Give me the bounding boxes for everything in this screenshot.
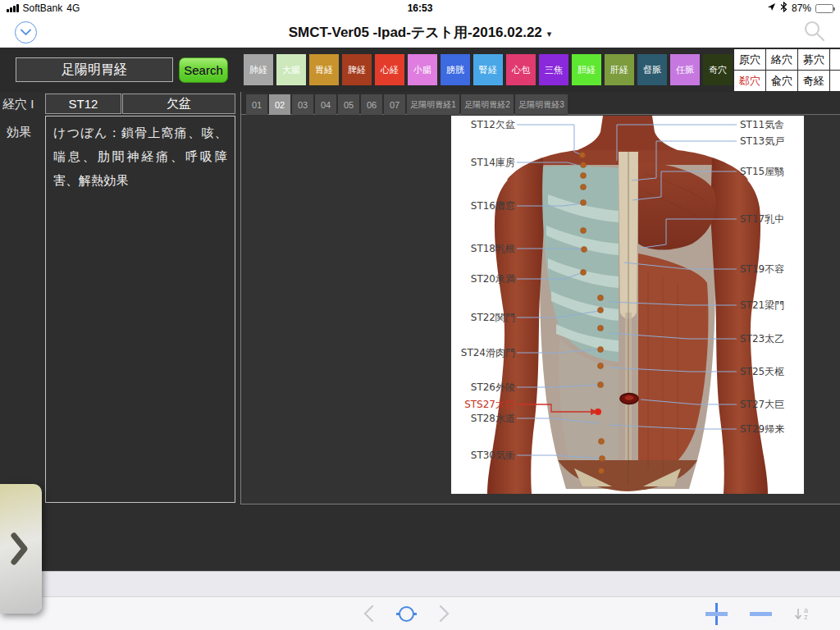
acupoint-category-grid: 原穴絡穴募穴交 郄穴兪穴奇経四 bbox=[734, 49, 840, 91]
meridian-button-row: 肺経大腸胃経脾経心経小腸膀胱腎経心包三焦胆経肝経督脈任脈奇穴 bbox=[244, 54, 733, 85]
acupoint-label: ST25天枢 bbox=[740, 365, 784, 378]
carrier-label: SoftBank bbox=[23, 2, 63, 14]
sort-button[interactable]: az bbox=[794, 607, 808, 620]
network-label: 4G bbox=[66, 2, 80, 14]
view-tab[interactable]: 足陽明胃経3 bbox=[515, 94, 568, 115]
meridian-button[interactable]: 膀胱 bbox=[441, 54, 470, 85]
clock-label: 16:53 bbox=[0, 2, 840, 14]
location-arrow-icon bbox=[767, 2, 776, 14]
view-tab[interactable]: 足陽明胃経2 bbox=[461, 94, 514, 115]
chevron-right-icon bbox=[0, 531, 42, 567]
record-circle-button[interactable] bbox=[399, 606, 414, 622]
zoom-out-button[interactable] bbox=[750, 612, 772, 616]
view-tab[interactable]: 05 bbox=[338, 94, 359, 115]
bluetooth-icon bbox=[780, 2, 788, 15]
zoom-in-button[interactable] bbox=[705, 603, 728, 625]
view-tab[interactable]: 04 bbox=[315, 94, 336, 115]
meridian-button[interactable]: 腎経 bbox=[473, 54, 503, 85]
acu-category-button[interactable]: 四 bbox=[830, 71, 840, 91]
search-button[interactable]: Search bbox=[179, 57, 228, 83]
anatomy-viewer[interactable]: ST12欠盆ST14庫房ST16膺窓ST18乳根ST20承満ST22関門ST24… bbox=[451, 116, 804, 494]
point-info-panel: 経穴 I ST12 欠盆 効果 けつぼん：鎖骨上窩痛、咳、喘息、肋間神経痛、呼吸… bbox=[0, 92, 238, 504]
meridian-button[interactable]: 大腸 bbox=[276, 54, 306, 85]
acupoint-label: ST27大巨 bbox=[740, 398, 784, 411]
meridian-toolbar: Search 肺経大腸胃経脾経心経小腸膀胱腎経心包三焦胆経肝経督脈任脈奇穴 原穴… bbox=[0, 48, 840, 92]
view-tab[interactable]: 02 bbox=[269, 94, 290, 115]
acu-category-button[interactable]: 交 bbox=[830, 49, 840, 70]
battery-percent-label: 87% bbox=[792, 2, 811, 14]
next-record-button[interactable] bbox=[439, 605, 450, 623]
meridian-button[interactable]: 三焦 bbox=[539, 54, 568, 85]
view-tab[interactable]: 06 bbox=[361, 94, 382, 115]
acupoint-label: ST21梁門 bbox=[740, 299, 784, 312]
bottom-spacer-bar bbox=[0, 571, 840, 596]
meridian-button[interactable]: 肺経 bbox=[244, 54, 273, 85]
acupoint-label: ST15屋翳 bbox=[740, 165, 784, 178]
title-dropdown-caret[interactable]: ▾ bbox=[547, 29, 552, 39]
previous-record-button[interactable] bbox=[363, 605, 374, 623]
point-code-field[interactable]: ST12 bbox=[45, 94, 121, 114]
acu-category-button[interactable]: 兪穴 bbox=[766, 71, 797, 91]
acupoint-label: ST11気舎 bbox=[740, 118, 784, 131]
meridian-button[interactable]: 胃経 bbox=[309, 54, 339, 85]
meridian-button[interactable]: 小腸 bbox=[408, 54, 437, 85]
meridian-button[interactable]: 督脈 bbox=[637, 54, 667, 85]
effect-text-field[interactable]: けつぼん：鎖骨上窩痛、咳、喘息、肋間神経痛、呼吸障害、解熱効果 bbox=[45, 116, 235, 503]
title-bar: SMCT-Ver05 -Ipad-テスト用-2016.02.22▾ bbox=[0, 16, 840, 48]
view-tab[interactable]: 足陽明胃経1 bbox=[407, 94, 459, 115]
acu-category-button[interactable]: 郄穴 bbox=[734, 71, 765, 91]
plus-icon bbox=[705, 603, 728, 625]
view-tab[interactable]: 03 bbox=[292, 94, 313, 115]
section-label: 経穴 I bbox=[2, 97, 34, 112]
acupoint-label: ST29帰来 bbox=[740, 422, 784, 436]
point-name-field[interactable]: 欠盆 bbox=[122, 94, 235, 114]
acupoint-label: ST17乳中 bbox=[740, 212, 784, 226]
search-input[interactable] bbox=[16, 57, 173, 82]
meridian-button[interactable]: 心包 bbox=[506, 54, 536, 85]
meridian-button[interactable]: 奇穴 bbox=[703, 54, 733, 85]
bottom-toolbar: az bbox=[0, 596, 840, 630]
acupoint-label: ST19不容 bbox=[740, 262, 784, 276]
meridian-button[interactable]: 肝経 bbox=[605, 54, 634, 85]
acu-category-button[interactable]: 奇経 bbox=[798, 71, 829, 91]
meridian-button[interactable]: 胆経 bbox=[572, 54, 601, 85]
search-icon[interactable] bbox=[802, 20, 827, 44]
minus-icon bbox=[750, 612, 772, 616]
battery-icon bbox=[815, 4, 833, 13]
acupoint-label: ST13気戸 bbox=[740, 135, 784, 148]
acu-category-button[interactable]: 原穴 bbox=[734, 49, 765, 70]
view-tab[interactable]: 07 bbox=[384, 94, 405, 115]
status-bar: SoftBank 4G 16:53 87% bbox=[0, 0, 840, 16]
slide-out-drawer-tab[interactable] bbox=[0, 484, 42, 614]
sort-az-icon: az bbox=[794, 607, 808, 620]
effect-label: 効果 bbox=[7, 125, 31, 140]
acupoint-label: ST23太乙 bbox=[740, 332, 784, 345]
meridian-button[interactable]: 任脈 bbox=[670, 54, 700, 85]
window-title: SMCT-Ver05 -Ipad-テスト用-2016.02.22 bbox=[289, 25, 542, 40]
signal-strength-icon bbox=[7, 4, 19, 12]
view-tab[interactable]: 01 bbox=[246, 94, 267, 115]
meridian-button[interactable]: 心経 bbox=[375, 54, 404, 85]
acu-category-button[interactable]: 募穴 bbox=[798, 49, 829, 70]
view-tab-strip: 01020304050607足陽明胃経1足陽明胃経2足陽明胃経3 bbox=[241, 92, 840, 115]
meridian-button[interactable]: 脾経 bbox=[342, 54, 372, 85]
acu-category-button[interactable]: 絡穴 bbox=[766, 49, 797, 70]
labels-right: ST11気舎ST13気戸ST15屋翳ST17乳中ST19不容ST21梁門ST23… bbox=[451, 116, 804, 494]
